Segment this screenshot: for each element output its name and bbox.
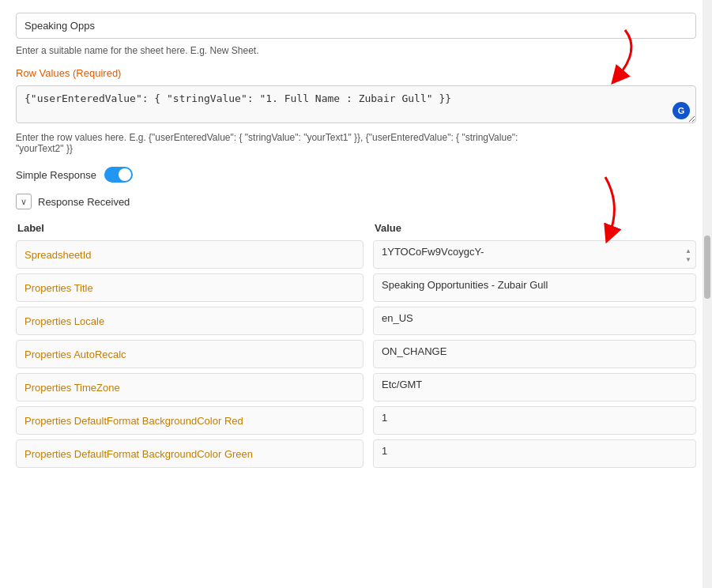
table-row: Properties TimeZone Etc/GMT: [16, 373, 696, 401]
row-values-input[interactable]: {"userEnteredValue": { "stringValue": "<…: [16, 85, 696, 123]
value-field-3[interactable]: ON_CHANGE: [373, 340, 696, 368]
table-row: Properties AutoRecalc ON_CHANGE: [16, 340, 696, 368]
value-column-header: Value: [375, 222, 695, 234]
label-field-5: Properties DefaultFormat BackgroundColor…: [16, 406, 364, 435]
label-column-header: Label: [17, 222, 365, 234]
value-field-5[interactable]: 1: [373, 406, 696, 435]
label-field-4: Properties TimeZone: [16, 373, 364, 401]
row-values-hint: Enter the row values here. E.g. {"userEn…: [16, 132, 696, 154]
simple-response-label: Simple Response: [16, 169, 96, 181]
simple-response-toggle[interactable]: [104, 167, 133, 183]
scrollbar-thumb[interactable]: [704, 236, 710, 299]
value-text-4: Etc/GMT: [382, 379, 422, 390]
response-chevron[interactable]: ∨: [16, 194, 32, 209]
value-field-6[interactable]: 1: [373, 439, 696, 468]
sheet-name-input[interactable]: Speaking Opps: [16, 13, 696, 39]
value-text-1: Speaking Opportunities - Zubair Gull: [382, 279, 548, 291]
value-field-2[interactable]: en_US: [373, 307, 696, 335]
value-text-2: en_US: [382, 312, 413, 324]
label-field-6: Properties DefaultFormat BackgroundColor…: [16, 439, 364, 468]
label-field-0: SpreadsheetId: [16, 240, 364, 269]
table-row: Properties DefaultFormat BackgroundColor…: [16, 406, 696, 435]
sheet-name-hint: Enter a suitable name for the sheet here…: [16, 45, 696, 56]
page-scrollbar[interactable]: [703, 0, 712, 588]
table-row: Properties Locale en_US: [16, 307, 696, 335]
row-values-label: Row Values (Required): [16, 67, 696, 79]
table-row: Properties DefaultFormat BackgroundColor…: [16, 439, 696, 468]
table-row: Properties Title Speaking Opportunities …: [16, 273, 696, 302]
scroll-up-arrow[interactable]: ▲: [685, 247, 691, 254]
label-field-3: Properties AutoRecalc: [16, 340, 364, 368]
value-field-0[interactable]: 1YTOCoFw9VcoygcY- ▲ ▼: [373, 240, 696, 269]
value-field-4[interactable]: Etc/GMT: [373, 373, 696, 401]
value-text-6: 1: [382, 445, 387, 457]
value-text-0: 1YTOCoFw9VcoygcY-: [382, 246, 484, 258]
value-text-5: 1: [382, 412, 387, 424]
label-field-1: Properties Title: [16, 273, 364, 302]
value-field-1[interactable]: Speaking Opportunities - Zubair Gull: [373, 273, 696, 302]
scroll-down-arrow[interactable]: ▼: [685, 256, 691, 263]
value-text-3: ON_CHANGE: [382, 345, 446, 357]
response-received-label: Response Received: [38, 196, 130, 208]
table-row: SpreadsheetId 1YTOCoFw9VcoygcY- ▲ ▼: [16, 240, 696, 269]
scroll-handle-0[interactable]: ▲ ▼: [683, 244, 694, 266]
label-field-2: Properties Locale: [16, 307, 364, 335]
grammarly-icon[interactable]: G: [672, 102, 690, 119]
